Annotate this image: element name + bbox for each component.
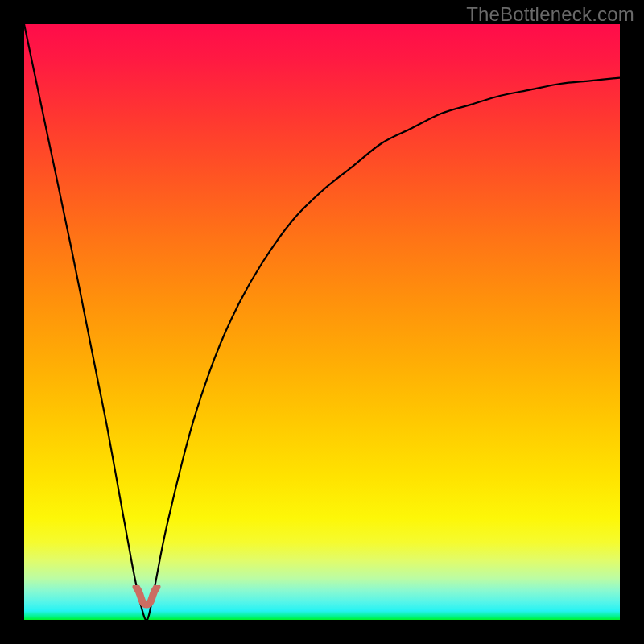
chart-frame: TheBottleneck.com: [0, 0, 644, 644]
bottleneck-curve: [24, 24, 620, 620]
curve-path: [24, 24, 620, 620]
plot-area: [24, 24, 620, 620]
watermark-text: TheBottleneck.com: [466, 3, 634, 26]
